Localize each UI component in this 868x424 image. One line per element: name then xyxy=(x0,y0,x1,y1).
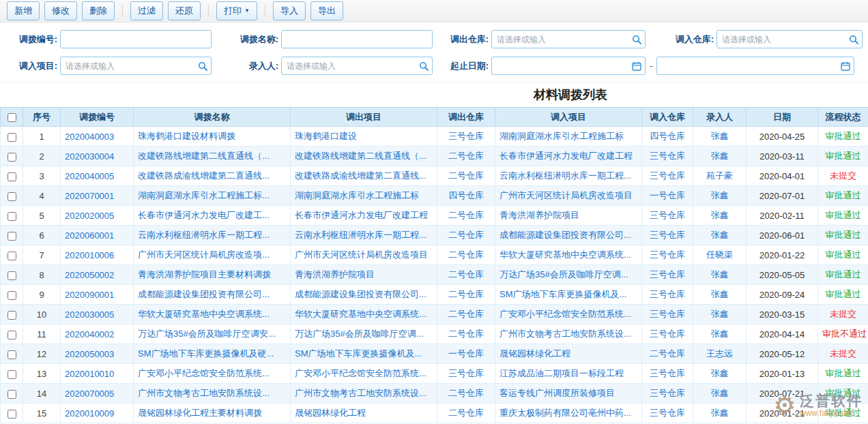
start-date-input[interactable] xyxy=(491,57,646,75)
date-cell: 2020-01-21 xyxy=(747,404,818,423)
row-checkbox[interactable] xyxy=(8,350,16,359)
row-checkbox[interactable] xyxy=(8,172,16,181)
row-checkbox[interactable] xyxy=(8,153,16,162)
recorder-cell: 苑子豪 xyxy=(693,166,747,186)
transfer-name-cell: 晟铭园林绿化工程主要材料调拨 xyxy=(134,404,291,423)
transfer-code-cell: 2020030005 xyxy=(61,305,134,324)
search-icon[interactable] xyxy=(198,61,207,71)
transfer-name-cell: 广安邓小平纪念馆安全防范系统... xyxy=(134,364,291,384)
recorder-cell: 张鑫 xyxy=(693,364,747,384)
transfer-code-link[interactable]: 2020070005 xyxy=(65,389,114,399)
table-row[interactable]: 13 2020010010 广安邓小平纪念馆安全防范系统... 广安邓小平纪念馆… xyxy=(1,364,868,384)
row-checkbox[interactable] xyxy=(8,370,16,379)
table-row[interactable]: 7 2020010006 广州市天河区统计局机房改造项... 广州市天河区统计局… xyxy=(1,245,868,265)
row-checkbox[interactable] xyxy=(8,390,16,399)
in-warehouse-cell: 三号仓库 xyxy=(642,265,693,285)
column-header: 调拨名称 xyxy=(134,108,291,127)
table-row[interactable]: 5 2020020005 长春市伊通河水力发电厂改建工... 长春市伊通河水力发… xyxy=(1,206,868,226)
transfer-no-input[interactable] xyxy=(60,30,212,48)
transfer-name-input[interactable] xyxy=(281,30,433,48)
toolbar-button-export[interactable]: 导出 xyxy=(310,1,343,20)
table-row[interactable]: 10 2020030005 华软大厦研究基地中央空调系统... 华软大厦研究基地… xyxy=(1,305,868,324)
transfer-code-link[interactable]: 2020020005 xyxy=(65,211,114,221)
row-seq-cell: 3 xyxy=(23,166,61,186)
row-checkbox[interactable] xyxy=(8,331,16,339)
recorder-input[interactable] xyxy=(281,57,433,75)
toolbar: 新增修改删除过滤还原打印▼导入导出 xyxy=(0,0,868,22)
row-checkbox[interactable] xyxy=(8,271,16,280)
transfer-code-link[interactable]: 2020040005 xyxy=(65,171,114,181)
transfer-code-link[interactable]: 2020030004 xyxy=(65,151,114,162)
table-row[interactable]: 1 2020040003 珠海鹤港口建设材料调拨 珠海鹤港口建设 三号仓库 湖南… xyxy=(1,127,868,147)
recorder-cell: 张鑫 xyxy=(693,186,747,206)
date-range-separator: - xyxy=(650,61,652,71)
transfer-code-link[interactable]: 2020050002 xyxy=(65,270,114,280)
recorder-cell: 张鑫 xyxy=(693,305,747,324)
row-checkbox[interactable] xyxy=(8,311,16,320)
date-cell: 2020-04-25 xyxy=(747,127,818,147)
table-row[interactable]: 9 2020090001 成都能源建设集团投资有限公司... 成都能源建设集团投… xyxy=(1,285,868,305)
transfer-code-link[interactable]: 2020050003 xyxy=(65,349,114,359)
row-checkbox[interactable] xyxy=(8,232,16,241)
row-checkbox[interactable] xyxy=(8,291,16,300)
table-row[interactable]: 15 2020010009 晟铭园林绿化工程主要材料调拨 晟铭园林绿化工程 二号… xyxy=(1,404,868,423)
search-icon[interactable] xyxy=(419,61,429,71)
table-row[interactable]: 8 2020050002 青海洪湖养护院项目主要材料调拨 青海洪湖养护院项目 二… xyxy=(1,265,868,285)
transfer-code-link[interactable]: 2020030005 xyxy=(65,309,114,320)
transfer-code-link[interactable]: 2020010009 xyxy=(65,408,114,419)
out-warehouse-cell: 二号仓库 xyxy=(437,384,495,404)
transfer-code-link[interactable]: 2020040003 xyxy=(65,132,114,142)
search-icon[interactable] xyxy=(632,35,641,44)
toolbar-button-delete[interactable]: 删除 xyxy=(82,1,115,20)
toolbar-button-print[interactable]: 打印▼ xyxy=(216,1,257,20)
out-project-cell: 改建铁路线增建第二线直通线（... xyxy=(291,147,437,166)
row-seq-cell: 4 xyxy=(23,186,61,206)
table-row[interactable]: 4 2020070001 湖南洞庭湖水库引水工程施工标... 湖南洞庭湖水库引水… xyxy=(1,186,868,206)
toolbar-button-import[interactable]: 导入 xyxy=(273,1,306,20)
toolbar-button-edit[interactable]: 修改 xyxy=(44,1,77,20)
row-checkbox[interactable] xyxy=(8,133,16,142)
table-row[interactable]: 11 2020040002 万达广场35#会所及咖啡厅空调安... 万达广场35… xyxy=(1,324,868,344)
transfer-name-cell: 华软大厦研究基地中央空调系统... xyxy=(134,305,291,324)
toolbar-button-filter[interactable]: 过滤 xyxy=(130,1,163,20)
date-cell: 2020-05-05 xyxy=(747,265,818,285)
calendar-icon[interactable] xyxy=(632,61,641,71)
row-checkbox[interactable] xyxy=(8,252,16,260)
transfer-code-cell: 2020050003 xyxy=(61,344,134,364)
transfer-code-cell: 2020010009 xyxy=(61,404,134,423)
table-row[interactable]: 6 2020060001 云南水利枢纽潜明水库一期工程... 云南水利枢纽潜明水… xyxy=(1,226,868,245)
end-date-input[interactable] xyxy=(656,57,854,75)
toolbar-button-restore[interactable]: 还原 xyxy=(168,1,201,20)
transfer-code-link[interactable]: 2020060001 xyxy=(65,230,114,241)
in-warehouse-cell: 三号仓库 xyxy=(642,245,693,265)
transfer-code-link[interactable]: 2020090001 xyxy=(65,290,114,300)
transfer-name-cell: 云南水利枢纽潜明水库一期工程... xyxy=(134,226,291,245)
row-checkbox[interactable] xyxy=(8,410,16,419)
in-warehouse-cell: 三号仓库 xyxy=(642,364,693,384)
table-row[interactable]: 3 2020040005 改建铁路成渝线增建第二直通线... 改建铁路成渝线增建… xyxy=(1,166,868,186)
out-project-cell: 珠海鹤港口建设 xyxy=(291,127,437,147)
toolbar-button-add[interactable]: 新增 xyxy=(7,1,40,20)
row-seq-cell: 14 xyxy=(23,384,61,404)
calendar-icon[interactable] xyxy=(841,61,850,71)
table-row[interactable]: 14 2020070005 广州市文物考古工地安防系统设... 广州市文物考古工… xyxy=(1,384,868,404)
table-row[interactable]: 2 2020030004 改建铁路线增建第二线直通线（... 改建铁路线增建第二… xyxy=(1,147,868,166)
row-checkbox[interactable] xyxy=(8,212,16,221)
select-all-checkbox[interactable] xyxy=(8,113,16,122)
row-checkbox-cell xyxy=(1,384,23,404)
in-warehouse-input[interactable] xyxy=(717,30,863,48)
out-warehouse-input[interactable] xyxy=(491,30,646,48)
in-project-input[interactable] xyxy=(60,57,212,75)
transfer-code-link[interactable]: 2020040002 xyxy=(65,329,114,339)
recorder-cell: 任晓渠 xyxy=(693,245,747,265)
transfer-code-link[interactable]: 2020010010 xyxy=(65,369,114,379)
search-icon[interactable] xyxy=(849,35,858,44)
recorder-cell: 张鑫 xyxy=(693,206,747,226)
row-checkbox[interactable] xyxy=(8,192,16,201)
out-warehouse-cell: 二号仓库 xyxy=(437,265,495,285)
in-project-cell: 江苏成品油二期项目一标段工程 xyxy=(495,364,642,384)
transfer-code-link[interactable]: 2020010006 xyxy=(65,250,114,260)
transfer-code-link[interactable]: 2020070001 xyxy=(65,191,114,201)
table-row[interactable]: 12 2020050003 SM广场地下车库更换摄像机及硬... SM广场地下车… xyxy=(1,344,868,364)
status-cell: 审批通过 xyxy=(818,206,868,226)
